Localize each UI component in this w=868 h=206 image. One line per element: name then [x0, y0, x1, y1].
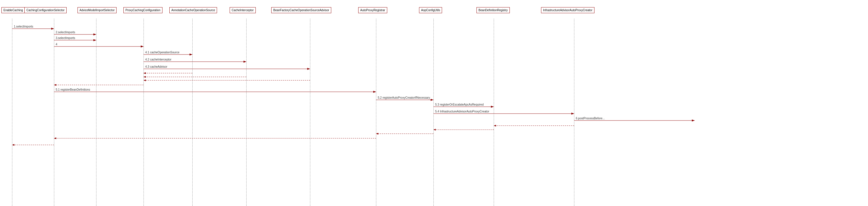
lifeline-beanfactorycacheoperationsourceadvisor — [310, 19, 310, 206]
participant-cacheinterceptor: CacheInterceptor — [229, 7, 256, 13]
participant-aopconfigutils: AopConfigUtils — [419, 7, 442, 13]
lifeline-autoproxyregistrar — [376, 19, 376, 206]
participant-cachingconfigurationselector: CachingConfigurationSelector — [24, 7, 67, 13]
svg-text:4: 4 — [56, 43, 57, 46]
participant-proxycachingconfiguration: ProxyCachingConfiguration — [123, 7, 162, 13]
svg-text:3.selectImports: 3.selectImports — [56, 36, 75, 40]
lifeline-infrastructureadvisorautoproxycreator — [574, 19, 575, 206]
participant-advicemodelimportselector: AdviceModelImportSelector — [78, 7, 117, 13]
svg-text:1.selectImports: 1.selectImports — [14, 25, 33, 28]
svg-text:4.1 cacheOperationSource: 4.1 cacheOperationSource — [145, 51, 179, 54]
participant-annotationcacheoperationsource: AnnotationCacheOperationSource — [169, 7, 217, 13]
svg-text:6.postProcessBefore...: 6.postProcessBefore... — [576, 117, 605, 120]
lifeline-beandefinitionregistry — [494, 19, 494, 206]
participant-autoproxyregistrar: AutoProxyRegistrar — [358, 7, 387, 13]
svg-text:5.3 registerOrEscalateApcAsReq: 5.3 registerOrEscalateApcAsRequired — [435, 103, 484, 106]
lifeline-annotationcacheoperationsource — [192, 19, 193, 206]
lifeline-cachingconfigurationselector — [54, 19, 54, 206]
sequence-diagram: 1.selectImports2.selectImports3.selectIm… — [0, 0, 868, 206]
lifeline-proxycachingconfiguration — [144, 19, 144, 206]
svg-text:4.2 cacheInterceptor: 4.2 cacheInterceptor — [145, 58, 172, 61]
arrows-layer: 1.selectImports2.selectImports3.selectIm… — [0, 0, 868, 206]
svg-text:5.4 InfrastructureAdvisorAutoP: 5.4 InfrastructureAdvisorAutoProxyCreato… — [435, 110, 489, 113]
svg-text:5.2 registerAutoProxyCreatorIf: 5.2 registerAutoProxyCreatorIfNecessary — [378, 96, 430, 99]
participant-infrastructureadvisorautoproxycreator: InfrastructureAdvisorAutoProxyCreator — [541, 7, 594, 13]
lifeline-enablecaching — [12, 19, 12, 206]
svg-text:2.selectImports: 2.selectImports — [56, 31, 75, 34]
lifeline-aopconfigutils — [433, 19, 434, 206]
lifeline-cacheinterceptor — [246, 19, 247, 206]
participant-beandefinitionregistry: BeanDefinitionRegistry — [476, 7, 510, 13]
participant-enablecaching: EnableCaching — [1, 7, 25, 13]
participant-beanfactorycacheoperationsourceadvisor: BeanFactoryCacheOperationSourceAdvisor — [271, 7, 331, 13]
svg-text:5.1 registerBeanDefinitions: 5.1 registerBeanDefinitions — [56, 88, 90, 91]
lifeline-advicemodelimportselector — [96, 19, 96, 206]
svg-text:4.3 cacheAdvisor: 4.3 cacheAdvisor — [145, 65, 167, 68]
